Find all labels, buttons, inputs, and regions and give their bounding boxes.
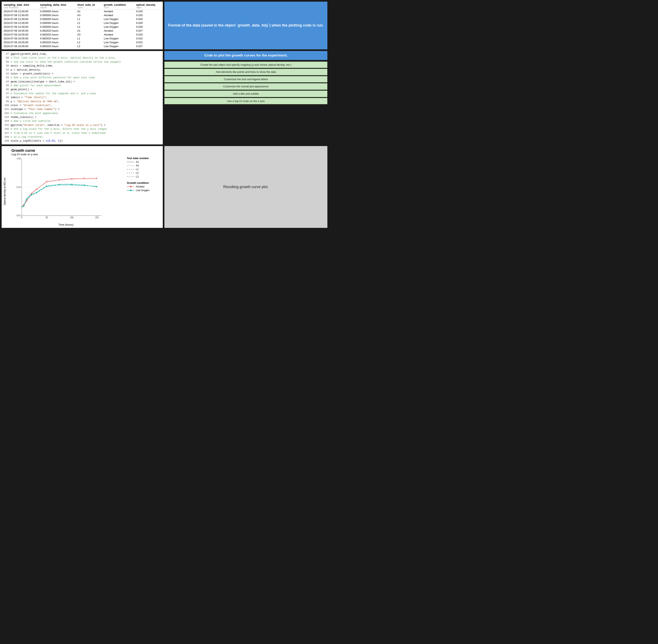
- table-row: 2019-07-09 16:05:004.083333 hoursL3Low O…: [2, 44, 163, 48]
- code-line: 97# Customize the labels for the legends…: [3, 92, 161, 96]
- data-table-container: sampling_date_time<S3: POSIXct> sampling…: [2, 2, 163, 49]
- legend-item-l3: L3: [127, 175, 161, 178]
- legend-item-aerated: Aerated: [127, 185, 161, 188]
- plot-callout: Resulting growth curve plot.: [164, 146, 327, 228]
- table-row: 2019-07-09 12:00:000.000000 hoursA3Aerat…: [2, 13, 163, 17]
- legend-condition-title: Growth condition: [127, 181, 161, 184]
- plot-chart: 0.01 0.10 1.00 0 50 100 150: [7, 157, 124, 226]
- code-line: 101 linetype = "Test tube number") +: [3, 108, 161, 111]
- svg-text:0.10: 0.10: [17, 186, 21, 188]
- svg-point-29: [23, 205, 24, 207]
- svg-point-20: [23, 204, 24, 205]
- code-line: 109scale_y_log10(limits = c(0.01, 1)): [3, 139, 161, 143]
- point-lo: [21, 206, 22, 207]
- code-line: 88 # Plot time since start on the x-axis…: [3, 56, 161, 60]
- table-row: 2019-07-09 16:05:004.083333 hoursL1Low O…: [2, 37, 163, 40]
- plot-subtitle: Log-10 scale on y-axis: [11, 153, 161, 156]
- annotation-green: Customize the overall plot appearance: [164, 83, 327, 90]
- plot-area: Optical density at 600 nm: [3, 157, 161, 226]
- table-row: 2019-07-09 12:00:000.000000 hoursL2Low O…: [2, 21, 163, 25]
- line-l1: [22, 185, 96, 207]
- table-row: 2019-07-09 16:05:004.083333 hoursA1Aerat…: [2, 29, 163, 32]
- table-callout: Format of the data (saved in the object …: [164, 2, 327, 49]
- svg-point-31: [31, 194, 32, 195]
- col-header-od: optical_density<dbl>: [134, 3, 163, 9]
- y-axis-label: Optical density at 600 nm: [3, 157, 7, 226]
- svg-point-26: [71, 178, 72, 179]
- svg-text:150: 150: [95, 216, 98, 219]
- svg-text:100: 100: [70, 216, 73, 219]
- code-line: 87ggplot(growth_data_tidy,: [3, 52, 161, 56]
- svg-point-35: [71, 184, 72, 185]
- growth-chart-svg: 0.01 0.10 1.00 0 50 100 150: [7, 157, 124, 222]
- table-row: 2019-07-09 16:05:004.083333 hoursL2Low O…: [2, 40, 163, 44]
- code-line: 89 # and use color to show the growth co…: [3, 60, 161, 64]
- legend-item-l1: L1: [127, 168, 161, 171]
- code-line: 93# Add a line with different patterns f…: [3, 76, 161, 80]
- code-callout-blue: Code to plot the growth curves for the e…: [164, 51, 327, 60]
- svg-point-37: [96, 186, 97, 187]
- legend-item-l2: L2: [127, 171, 161, 175]
- line-l3: [22, 184, 96, 207]
- x-axis-label: Time (hours): [7, 223, 124, 226]
- top-section: sampling_date_time<S3: POSIXct> sampling…: [0, 0, 329, 51]
- svg-point-25: [58, 179, 60, 180]
- svg-point-24: [46, 181, 47, 182]
- col-header-delta-time: sampling_delta_time<time>: [38, 3, 75, 9]
- svg-text:0.01: 0.01: [17, 214, 21, 216]
- code-line: 107# from 0.01 to 1 (you can't start at …: [3, 131, 161, 135]
- svg-point-27: [84, 178, 85, 179]
- svg-point-34: [58, 184, 60, 185]
- svg-point-33: [46, 185, 47, 187]
- svg-point-23: [36, 189, 37, 190]
- legend-item-a3: A3: [127, 164, 161, 167]
- col-header-tube-id: short_tube_id<chr>: [75, 3, 102, 9]
- code-line: 92 color = growth_condition)) +: [3, 72, 161, 76]
- svg-text:1.00: 1.00: [17, 158, 21, 160]
- legend-tube-title: Test tube number: [127, 157, 161, 160]
- svg-text:0: 0: [21, 216, 22, 219]
- code-line: 99 y = "Optical density at 600 nm",: [3, 100, 161, 104]
- svg-point-30: [26, 199, 27, 200]
- svg-point-21: [26, 200, 27, 201]
- annotation-green: Add a title and subtitle: [164, 91, 327, 97]
- plot-container: Growth curve Log-10 scale on y-axis Opti…: [2, 146, 163, 228]
- plot-title: Growth curve: [11, 148, 161, 153]
- table-row: 2019-07-09 12:00:000.000000 hoursA1Aerat…: [2, 9, 163, 14]
- code-line: 96geom_point() +: [3, 88, 161, 92]
- svg-point-32: [36, 192, 37, 193]
- line-a3: [22, 179, 96, 207]
- annotation-green: Customize the axis and legend labels: [164, 76, 327, 83]
- code-line: 98labs(x = "Time (hours)",: [3, 96, 161, 99]
- bottom-section: Growth curve Log-10 scale on y-axis Opti…: [0, 146, 329, 229]
- data-table: sampling_date_time<S3: POSIXct> sampling…: [2, 3, 163, 48]
- code-line: 103theme_classic() +: [3, 115, 161, 119]
- annotation-green: Use a log-10 scale on the x-axis: [164, 98, 327, 105]
- annotation-green: Create the plot object and specify mappi…: [164, 62, 327, 68]
- code-line: 90 aes(x = sampling_delta_time,: [3, 64, 161, 68]
- annotation-green: Add elements like points and lines to sh…: [164, 69, 327, 75]
- annotations-col: Code to plot the growth curves for the e…: [164, 51, 327, 144]
- code-container: 87ggplot(growth_data_tidy,88 # Plot time…: [2, 51, 163, 144]
- code-line: 108# as a log transform): [3, 135, 161, 139]
- code-line: 106# Use a log scale for the y-axis. Ens…: [3, 127, 161, 131]
- middle-section: 87ggplot(growth_data_tidy,88 # Plot time…: [0, 51, 329, 146]
- legend-item-lowox: Low Oxygen: [127, 189, 161, 192]
- code-line: 94geom_line(aes(linetype = short_tube_id…: [3, 80, 161, 84]
- plot-legend: Test tube number A1 A3 L1 L2: [124, 157, 161, 226]
- code-line: 95# Add points for each measurement: [3, 84, 161, 88]
- svg-point-28: [96, 178, 97, 179]
- col-header-sampling-date: sampling_date_time<S3: POSIXct>: [2, 3, 38, 9]
- code-line: 91 y = optical_density,: [3, 68, 161, 72]
- code-line: 100 color = "Growth condition",: [3, 104, 161, 108]
- table-row: 2019-07-09 12:00:000.000000 hoursL3Low O…: [2, 25, 163, 29]
- code-line: 105ggtitle("Growth curve", subtitle = "L…: [3, 123, 161, 127]
- table-row: 2019-07-09 12:00:000.000000 hoursL1Low O…: [2, 17, 163, 21]
- svg-text:50: 50: [46, 216, 48, 219]
- code-line: 102# Customize the plot appearance: [3, 112, 161, 115]
- col-header-growth: growth_condition<chr>: [102, 3, 134, 9]
- svg-point-36: [84, 184, 85, 186]
- code-line: 104# Add a title and subtitle: [3, 119, 161, 123]
- table-row: 2019-07-09 16:05:004.083333 hoursA3Aerat…: [2, 32, 163, 37]
- line-l2: [22, 184, 96, 207]
